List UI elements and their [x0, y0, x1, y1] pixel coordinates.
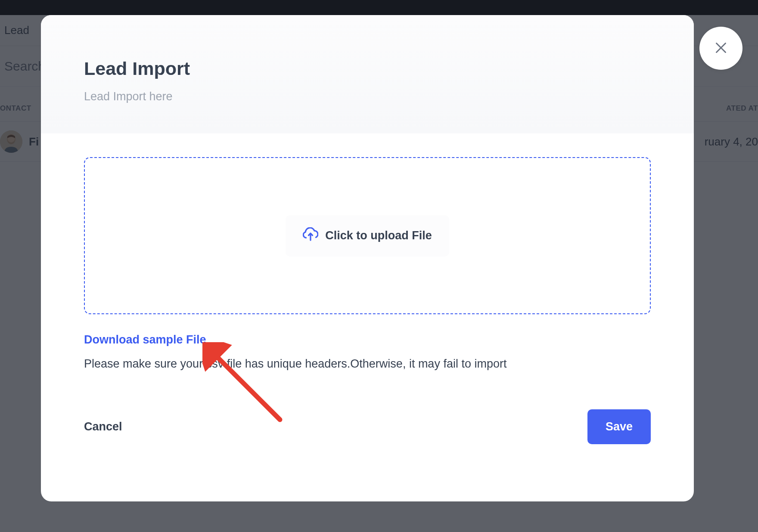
- upload-label: Click to upload File: [325, 229, 432, 242]
- lead-import-modal: Lead Import Lead Import here Click to up…: [41, 15, 694, 501]
- save-button[interactable]: Save: [587, 409, 651, 444]
- modal-subtitle: Lead Import here: [84, 90, 651, 103]
- close-icon: [713, 40, 729, 57]
- cancel-button[interactable]: Cancel: [84, 420, 122, 433]
- file-dropzone[interactable]: Click to upload File: [84, 157, 651, 314]
- upload-button[interactable]: Click to upload File: [286, 215, 449, 257]
- modal-header: Lead Import Lead Import here: [41, 15, 694, 133]
- help-text: Please make sure your csv file has uniqu…: [84, 357, 651, 371]
- modal-body: Click to upload File Download sample Fil…: [41, 133, 694, 371]
- close-button[interactable]: [699, 27, 742, 70]
- modal-footer: Cancel Save: [41, 409, 694, 444]
- cloud-upload-icon: [303, 227, 318, 244]
- modal-title: Lead Import: [84, 58, 651, 79]
- download-sample-link[interactable]: Download sample File: [84, 333, 651, 346]
